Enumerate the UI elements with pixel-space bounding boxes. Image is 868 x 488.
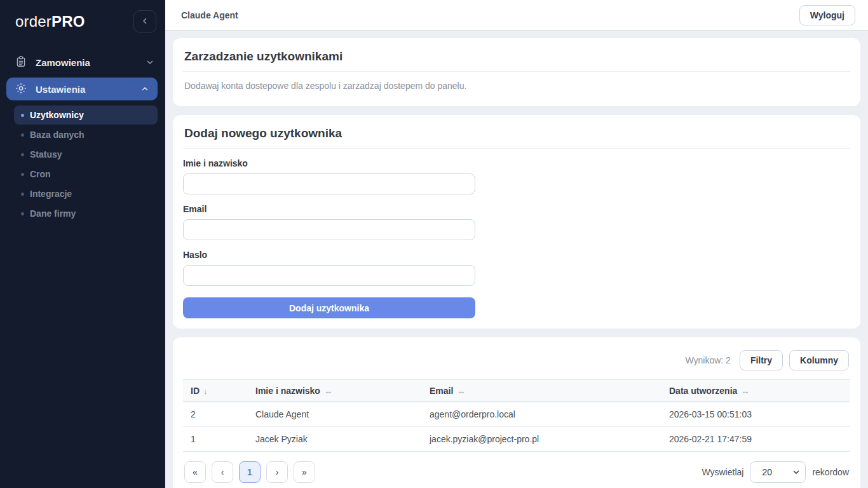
filters-button[interactable]: Filtry [740,350,783,370]
sub-item-label: Statusy [30,149,62,159]
table-row[interactable]: 2 Claude Agent agent@orderpro.local 2026… [183,402,850,427]
cell-email: agent@orderpro.local [422,402,661,427]
clipboard-icon [15,56,27,69]
password-field-label: Haslo [183,250,475,260]
logout-button[interactable]: Wyloguj [799,5,855,25]
cell-id: 2 [183,402,248,427]
name-field[interactable] [183,173,475,194]
sidebar-item-label: Zamowienia [36,57,90,68]
sort-desc-icon: ↓ [203,386,208,396]
bullet-icon [21,212,24,215]
cell-email: jacek.pyziak@project-pro.pl [422,427,661,452]
results-count: Wynikow: 2 [685,355,730,365]
page-subtitle: Dodawaj konta dostepowe dla zespolu i za… [183,79,850,96]
bullet-icon [21,153,24,156]
sub-item-label: Cron [30,169,51,179]
cell-name: Claude Agent [248,402,422,427]
sort-resize-icon: ↔ [457,386,465,396]
header-id[interactable]: ID↓ [183,380,248,402]
last-page-button[interactable]: » [294,461,315,483]
prev-page-button[interactable]: ‹ [212,461,233,483]
table-row[interactable]: 1 Jacek Pyziak jacek.pyziak@project-pro.… [183,427,850,452]
sidebar-subitem-integracje[interactable]: Integracje [14,184,158,203]
sort-resize-icon: ↔ [741,386,749,396]
users-table-card: Wynikow: 2 Filtry Kolumny ID↓ Imie i naz… [173,337,860,488]
main-content: Zarzadzanie uzytkownikami Dodawaj konta … [165,30,868,488]
divider [183,71,850,72]
sidebar-subitem-baza-danych[interactable]: Baza danych [14,125,158,144]
brand-logo-bold: PRO [51,13,85,30]
per-page-label: Wyswietlaj [702,467,743,477]
per-page-suffix: rekordow [812,467,849,477]
sub-item-label: Integracje [30,189,72,199]
divider [183,148,850,149]
add-user-title: Dodaj nowego uzytkownika [183,125,850,148]
sidebar-item-ustawienia[interactable]: Ustawienia [6,78,158,100]
sidebar: orderPRO Zamowienia [0,0,165,488]
sub-item-label: Baza danych [30,130,85,140]
next-page-button[interactable]: › [266,461,288,483]
cell-name: Jacek Pyziak [248,427,422,452]
chevron-left-icon [141,17,149,27]
table-header-row: ID↓ Imie i nazwisko↔ Email↔ Data utworze… [183,380,850,402]
name-field-label: Imie i nazwisko [183,158,475,168]
brand-logo-light: order [15,13,51,30]
bullet-icon [21,133,24,137]
password-field[interactable] [183,265,475,286]
email-field[interactable] [183,219,475,240]
pager: « ‹ 1 › » [184,461,315,483]
add-user-button[interactable]: Dodaj uzytkownika [183,297,475,318]
sidebar-nav: Zamowienia Ustawienia [0,48,165,223]
sort-resize-icon: ↔ [324,386,332,396]
sidebar-subitem-uzytkownicy[interactable]: Uzytkownicy [14,105,158,125]
page-title: Zarzadzanie uzytkownikami [183,48,850,71]
chevron-up-icon [141,85,149,93]
brand-logo: orderPRO [15,13,85,30]
bullet-icon [21,114,24,117]
sub-item-label: Uzytkownicy [30,110,84,120]
header-email[interactable]: Email↔ [422,380,661,402]
bullet-icon [21,193,24,196]
cell-created: 2026-02-21 17:47:59 [661,427,850,452]
pagination-row: « ‹ 1 › » Wyswietlaj 20 rekordow [183,452,850,485]
cell-created: 2026-03-15 00:51:03 [661,402,850,427]
table-toolbar: Wynikow: 2 Filtry Kolumny [183,348,850,379]
header-created[interactable]: Data utworzenia↔ [661,380,850,402]
page-header-card: Zarzadzanie uzytkownikami Dodawaj konta … [173,38,860,106]
page-1-button[interactable]: 1 [239,461,261,483]
per-page-select[interactable]: 20 [750,461,806,483]
columns-button[interactable]: Kolumny [789,350,849,370]
email-field-label: Email [183,204,475,214]
add-user-form: Imie i nazwisko Email Haslo Dodaj uzytko… [183,158,475,318]
sidebar-item-zamowienia[interactable]: Zamowienia [0,48,165,76]
first-page-button[interactable]: « [184,461,206,483]
sidebar-subitem-cron[interactable]: Cron [14,165,158,184]
sub-item-label: Dane firmy [30,208,76,219]
gear-icon [15,83,27,96]
settings-submenu: Uzytkownicy Baza danych Statusy Cron Int… [14,105,158,223]
current-user-label: Claude Agent [181,10,238,20]
cell-id: 1 [183,427,248,452]
header-name[interactable]: Imie i nazwisko↔ [248,380,422,402]
users-table: ID↓ Imie i nazwisko↔ Email↔ Data utworze… [183,379,850,452]
per-page-control: Wyswietlaj 20 rekordow [702,461,849,483]
sidebar-subitem-statusy[interactable]: Statusy [14,145,158,164]
sidebar-collapse-button[interactable] [133,10,156,33]
sidebar-item-label: Ustawienia [36,84,85,95]
bullet-icon [21,173,24,176]
chevron-down-icon [146,58,154,66]
sidebar-subitem-dane-firmy[interactable]: Dane firmy [14,204,158,223]
add-user-card: Dodaj nowego uzytkownika Imie i nazwisko… [173,115,860,329]
topbar: Claude Agent Wyloguj [165,0,868,30]
